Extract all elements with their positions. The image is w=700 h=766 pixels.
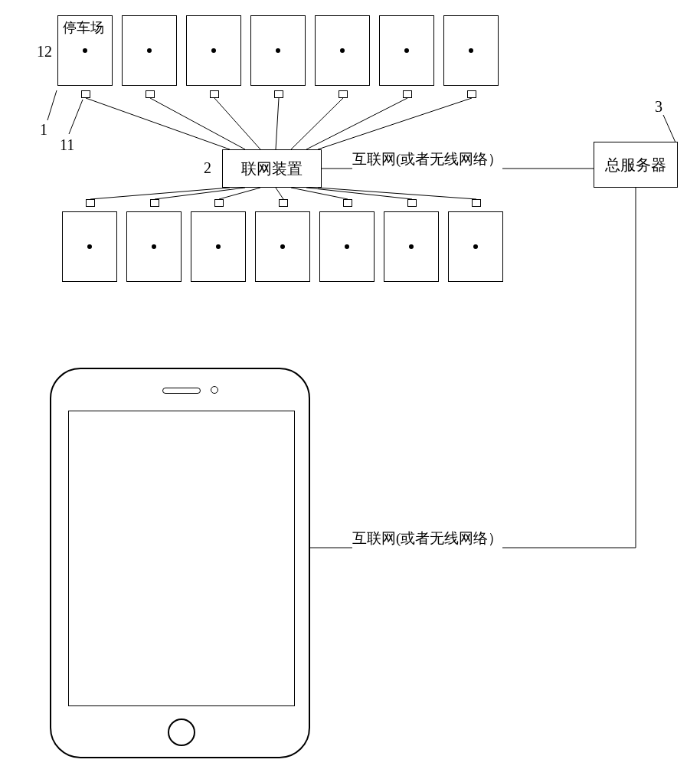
ref-11: 11 xyxy=(60,136,74,154)
parking-lot-label: 停车场 xyxy=(63,18,104,37)
parking-box xyxy=(443,15,499,86)
svg-line-18 xyxy=(69,100,83,134)
connector-icon xyxy=(339,90,348,98)
svg-line-4 xyxy=(291,98,343,149)
phone-speaker-icon xyxy=(162,388,201,394)
svg-line-3 xyxy=(276,98,279,149)
dot-icon xyxy=(469,48,473,53)
svg-line-2 xyxy=(214,98,260,149)
parking-box xyxy=(62,211,117,282)
connector-icon xyxy=(343,199,352,207)
connector-icon xyxy=(279,199,288,207)
svg-line-7 xyxy=(90,188,230,199)
connector-icon xyxy=(214,199,224,207)
parking-box xyxy=(186,15,241,86)
dot-icon xyxy=(147,48,152,53)
parking-box xyxy=(448,211,503,282)
svg-line-17 xyxy=(47,90,57,120)
dot-icon xyxy=(211,48,216,53)
connector-icon xyxy=(210,90,219,98)
main-server-label: 总服务器 xyxy=(605,156,666,173)
dot-icon xyxy=(152,244,156,249)
network-label-2: 互联网(或者无线网络） xyxy=(352,529,502,548)
connector-icon xyxy=(403,90,412,98)
svg-line-9 xyxy=(219,188,260,199)
networking-device-label: 联网装置 xyxy=(241,160,303,177)
dot-icon xyxy=(87,244,92,249)
phone-camera-icon xyxy=(211,386,218,394)
connector-icon xyxy=(86,199,95,207)
connector-icon xyxy=(407,199,417,207)
dot-icon xyxy=(276,48,280,53)
dot-icon xyxy=(404,48,409,53)
dot-icon xyxy=(345,244,349,249)
connector-icon xyxy=(467,90,476,98)
smartphone xyxy=(50,368,310,758)
dot-icon xyxy=(280,244,285,249)
svg-line-10 xyxy=(276,188,283,199)
parking-box xyxy=(315,15,370,86)
svg-line-5 xyxy=(306,98,407,149)
parking-box xyxy=(250,15,306,86)
parking-box xyxy=(122,15,177,86)
parking-box xyxy=(191,211,246,282)
parking-box xyxy=(255,211,310,282)
phone-screen xyxy=(68,411,295,706)
svg-line-19 xyxy=(663,115,675,142)
dot-icon xyxy=(216,244,221,249)
connector-icon xyxy=(274,90,283,98)
svg-line-8 xyxy=(155,188,245,199)
connector-icon xyxy=(81,90,90,98)
main-server-box: 总服务器 xyxy=(594,142,678,188)
ref-2: 2 xyxy=(204,159,211,177)
parking-box xyxy=(384,211,439,282)
dot-icon xyxy=(83,48,87,53)
dot-icon xyxy=(340,48,345,53)
ref-12: 12 xyxy=(37,43,52,61)
network-label-1: 互联网(或者无线网络） xyxy=(352,149,502,169)
svg-line-1 xyxy=(150,98,245,149)
connector-icon xyxy=(150,199,159,207)
networking-device-box: 联网装置 xyxy=(222,149,322,188)
svg-line-6 xyxy=(318,98,472,149)
phone-home-button xyxy=(168,719,195,746)
ref-1: 1 xyxy=(40,121,47,139)
dot-icon xyxy=(473,244,478,249)
parking-box xyxy=(126,211,182,282)
parking-box xyxy=(379,15,434,86)
ref-3: 3 xyxy=(655,98,662,116)
connector-icon xyxy=(146,90,155,98)
parking-box xyxy=(319,211,375,282)
dot-icon xyxy=(409,244,414,249)
connector-icon xyxy=(472,199,481,207)
svg-line-0 xyxy=(86,98,230,149)
